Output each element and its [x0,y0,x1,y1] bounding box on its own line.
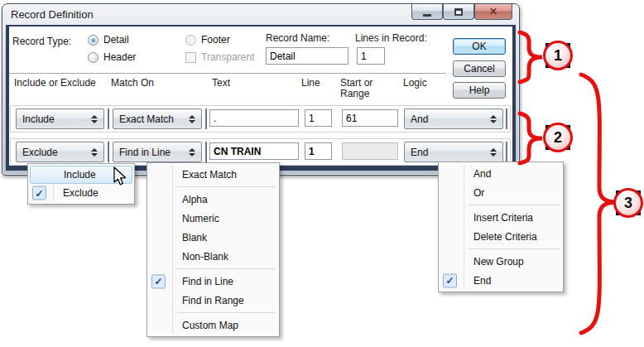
text-input-row2[interactable] [209,142,299,160]
menu-item-non-blank[interactable]: Non-Blank [149,247,277,266]
badge-number: 3 [613,188,643,218]
updown-icon [189,115,195,123]
screenshot-stage: Record Definition ✕ Record Type: Detail … [0,0,644,347]
radio-header-label: Header [103,51,136,63]
menu-separator [177,186,276,187]
badge-number: 2 [543,123,573,152]
annotation-badge-3: 3 [613,187,644,219]
checkbox-transparent-icon [185,52,196,63]
logic-value-row1: And [411,113,428,125]
lines-in-record-label: Lines in Record: [355,32,427,44]
updown-icon [189,148,195,157]
header-text: Text [212,78,230,89]
menu-separator [469,205,560,205]
close-icon: ✕ [489,6,497,17]
menu-item-label: Or [473,187,484,199]
menu-item-label: New Group [473,256,524,267]
mouse-cursor-icon [111,166,127,187]
column-grip [108,108,109,129]
record-name-input[interactable] [266,47,348,65]
line-input-row1[interactable] [305,109,332,127]
menu-item-label: Find in Range [182,295,244,306]
updown-icon [490,148,497,157]
radio-footer-icon [185,35,196,46]
logic-menu: And Or Insert Criteria Delete Criteria N… [438,161,564,292]
menu-separator [177,312,276,313]
menu-item-label: Insert Criteria [473,212,533,224]
menu-item-exact-match[interactable]: Exact Match [149,165,277,184]
record-type-label: Record Type: [12,36,71,47]
menu-item-blank[interactable]: Blank [149,228,277,247]
logic-dropdown-row1[interactable]: And [404,108,503,129]
header-include-or-exclude: Include or Exclude [14,78,96,89]
window-title: Record Definition [11,8,94,21]
menu-item-alpha[interactable]: Alpha [149,190,277,209]
radio-header[interactable]: Header [88,51,136,63]
menu-item-label: Exact Match [182,169,237,181]
header-match-on: Match On [111,78,154,89]
menu-item-delete-criteria[interactable]: Delete Criteria [440,227,561,246]
menu-item-include-label: Include [64,169,96,181]
column-grip [506,142,507,162]
checkbox-transparent: Transparent [185,51,254,63]
menu-item-label: And [473,168,491,180]
section-separator [9,73,446,75]
checkmark-icon: ✓ [443,273,457,287]
menu-item-numeric[interactable]: Numeric [149,209,277,228]
radio-header-icon [88,52,99,63]
updown-icon [91,115,98,123]
column-grip [205,108,207,129]
menu-item-find-in-range[interactable]: Find in Range [149,291,277,310]
header-line: Line [301,78,320,89]
menu-item-label: Numeric [182,213,219,224]
logic-dropdown-row2[interactable]: End [404,142,503,162]
radio-footer[interactable]: Footer [185,34,230,46]
menu-separator [469,248,560,249]
header-logic: Logic [403,78,427,89]
menu-item-and[interactable]: And [440,164,561,183]
menu-item-new-group[interactable]: New Group [440,252,561,271]
cancel-button[interactable]: Cancel [453,60,506,77]
criteria-row-1: Include Exact Match And [10,105,511,133]
close-button[interactable]: ✕ [474,4,512,20]
match-on-dropdown-row2[interactable]: Find in Line [113,142,202,162]
menu-item-label: Alpha [182,194,208,205]
match-on-value-row1: Exact Match [119,113,174,125]
menu-item-end[interactable]: ✓ End [440,271,561,290]
text-input-row1[interactable] [209,109,299,127]
match-on-value-row2: Find in Line [119,147,171,158]
updown-icon [490,115,497,123]
start-or-range-input-row2-disabled [342,142,398,160]
help-button[interactable]: Help [453,82,506,99]
help-button-label: Help [469,84,490,96]
include-exclude-dropdown-row1[interactable]: Include [16,108,104,129]
menu-item-label: Non-Blank [182,251,228,263]
line-input-row2[interactable] [305,142,332,160]
include-exclude-dropdown-row2[interactable]: Exclude [16,142,104,162]
radio-detail[interactable]: Detail [88,34,129,46]
dialog-client-area: Record Type: Detail Header Footer Transp… [6,25,516,171]
match-on-dropdown-row1[interactable]: Exact Match [113,108,202,129]
menu-separator [177,268,276,269]
updown-icon [91,148,98,157]
lines-in-record-input[interactable] [357,47,385,65]
caption-buttons: ✕ [411,4,512,20]
minimize-button[interactable] [411,4,443,20]
maximize-icon [454,8,463,16]
menu-item-label: Find in Line [182,276,233,287]
menu-item-label: End [473,275,491,287]
radio-detail-label: Detail [103,34,129,46]
start-or-range-input-row1[interactable] [342,109,398,127]
record-definition-dialog: Record Definition ✕ Record Type: Detail … [2,3,520,176]
checkmark-icon: ✓ [151,274,166,288]
minimize-icon [423,14,431,17]
match-on-menu: Exact Match Alpha Numeric Blank Non-Blan… [147,162,280,337]
menu-item-insert-criteria[interactable]: Insert Criteria [440,208,561,227]
menu-item-custom-map[interactable]: Custom Map [149,316,277,335]
badge-number: 1 [543,41,573,70]
menu-item-find-in-line[interactable]: ✓ Find in Line [149,272,277,291]
maximize-button[interactable] [443,4,474,20]
menu-item-or[interactable]: Or [440,183,561,202]
column-grip [205,142,207,162]
ok-button[interactable]: OK [453,38,506,55]
